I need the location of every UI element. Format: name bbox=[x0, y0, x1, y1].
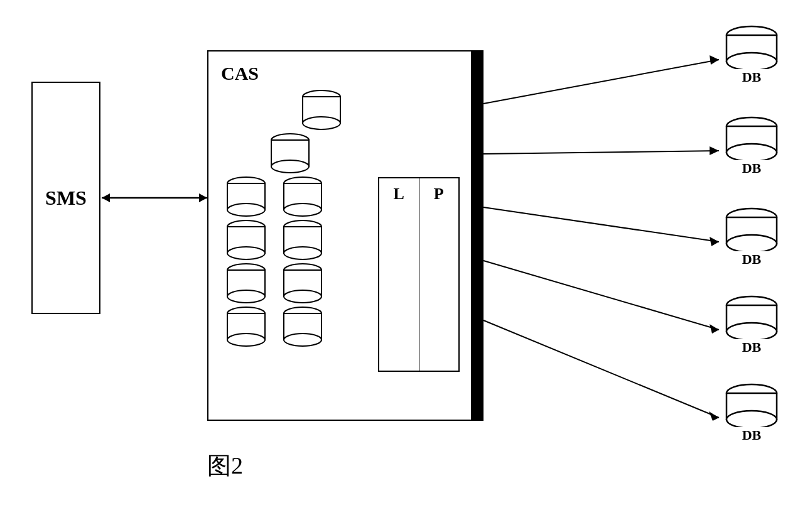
svg-line-5 bbox=[484, 151, 719, 154]
svg-point-45 bbox=[727, 53, 777, 69]
svg-point-24 bbox=[284, 204, 321, 216]
svg-marker-8 bbox=[710, 237, 719, 246]
db-2: DB bbox=[723, 116, 780, 176]
cas-box: CAS bbox=[207, 50, 484, 421]
cas-label: CAS bbox=[221, 63, 259, 84]
db-4: DB bbox=[723, 295, 780, 356]
svg-marker-4 bbox=[710, 55, 719, 65]
cylinder-row-3 bbox=[221, 176, 359, 217]
p-label: P bbox=[434, 185, 444, 204]
figure-label: 图2 bbox=[207, 450, 243, 482]
svg-line-7 bbox=[484, 207, 719, 242]
svg-point-57 bbox=[727, 411, 777, 427]
cylinder-row-5 bbox=[221, 263, 359, 303]
cylinder-row-4 bbox=[221, 219, 359, 260]
svg-line-9 bbox=[484, 261, 719, 330]
svg-point-42 bbox=[284, 334, 321, 346]
db-1-icon bbox=[723, 25, 780, 69]
svg-marker-6 bbox=[710, 146, 719, 155]
svg-line-11 bbox=[484, 320, 719, 418]
db-5-icon bbox=[723, 383, 780, 427]
svg-point-51 bbox=[727, 235, 777, 251]
db-5-label: DB bbox=[742, 427, 762, 443]
db-3: DB bbox=[723, 207, 780, 268]
svg-point-54 bbox=[727, 323, 777, 339]
svg-point-33 bbox=[227, 290, 265, 303]
db-5: DB bbox=[723, 383, 780, 443]
svg-point-15 bbox=[303, 117, 340, 129]
db-3-label: DB bbox=[742, 251, 762, 268]
l-label: L bbox=[394, 185, 404, 204]
svg-point-30 bbox=[284, 247, 321, 259]
svg-point-18 bbox=[271, 160, 309, 173]
cylinder-row-1 bbox=[221, 89, 359, 130]
sms-label: SMS bbox=[45, 187, 87, 210]
svg-marker-2 bbox=[199, 193, 207, 202]
svg-point-36 bbox=[284, 290, 321, 303]
sms-box: SMS bbox=[31, 82, 100, 314]
l-section: L bbox=[379, 178, 419, 371]
db-3-icon bbox=[723, 207, 780, 251]
cylinder-row-6 bbox=[221, 306, 359, 347]
cylinder-row-2 bbox=[221, 133, 359, 173]
db-4-icon bbox=[723, 295, 780, 339]
svg-line-3 bbox=[484, 60, 719, 104]
db-2-icon bbox=[723, 116, 780, 160]
svg-marker-12 bbox=[709, 411, 719, 421]
db-1-label: DB bbox=[742, 69, 762, 85]
cas-right-bar bbox=[471, 52, 482, 420]
svg-marker-10 bbox=[710, 324, 719, 334]
svg-point-39 bbox=[227, 334, 265, 346]
figure-number: 图2 bbox=[207, 452, 243, 479]
cylinders-area bbox=[221, 89, 372, 349]
db-4-label: DB bbox=[742, 339, 762, 356]
db-1: DB bbox=[723, 25, 780, 85]
svg-point-48 bbox=[727, 144, 777, 160]
db-2-label: DB bbox=[742, 160, 762, 176]
svg-point-27 bbox=[227, 247, 265, 259]
svg-point-21 bbox=[227, 204, 265, 216]
svg-marker-1 bbox=[102, 193, 110, 202]
lp-box: L P bbox=[378, 177, 460, 372]
diagram-container: SMS CAS bbox=[0, 0, 805, 532]
p-section: P bbox=[419, 178, 459, 371]
